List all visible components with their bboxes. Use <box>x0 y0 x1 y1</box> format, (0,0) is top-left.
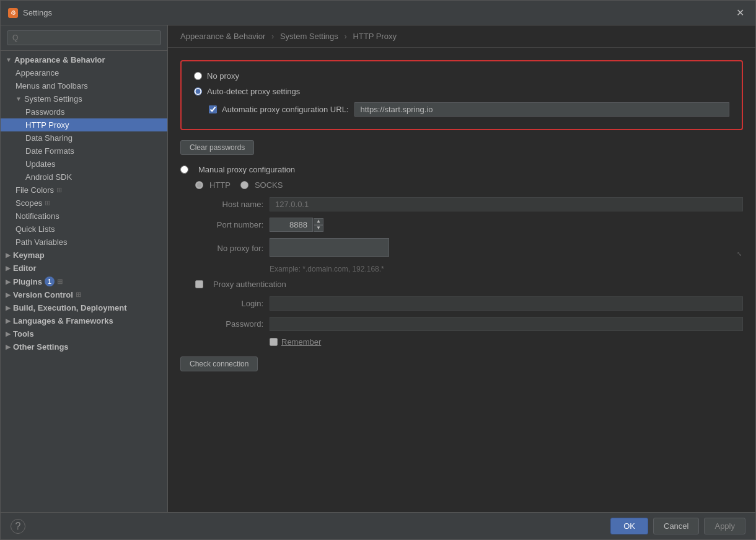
caret-right-icon: ▶ <box>6 265 11 272</box>
auto-config-label: Automatic proxy configuration URL: <box>222 105 348 114</box>
auto-detect-row: Auto-detect proxy settings <box>194 87 729 96</box>
ok-button[interactable]: OK <box>610 518 648 534</box>
manual-proxy-section: Manual proxy configuration HTTP SOCKS <box>180 165 743 347</box>
port-down-button[interactable]: ▼ <box>314 225 323 232</box>
no-proxy-for-input[interactable] <box>270 238 389 257</box>
sidebar-item-scopes[interactable]: Scopes ⊞ <box>1 197 167 210</box>
caret-right-icon: ▶ <box>6 291 11 298</box>
sidebar-item-date-formats[interactable]: Date Formats <box>1 144 167 157</box>
password-input[interactable] <box>270 317 743 331</box>
sidebar-item-menus-toolbars[interactable]: Menus and Toolbars <box>1 79 167 92</box>
http-radio[interactable] <box>195 181 203 189</box>
port-label: Port number: <box>195 220 270 229</box>
cancel-button[interactable]: Cancel <box>653 518 699 534</box>
sidebar-item-quick-lists[interactable]: Quick Lists <box>1 223 167 236</box>
no-proxy-for-label: No proxy for: <box>195 244 270 253</box>
host-name-row: Host name: <box>195 197 743 211</box>
auto-config-url-input[interactable] <box>354 102 729 117</box>
caret-right-icon: ▶ <box>6 330 11 337</box>
auto-config-checkbox[interactable] <box>209 105 217 113</box>
check-connection-section: Check connection <box>180 356 743 371</box>
password-row: Password: <box>195 317 743 331</box>
sidebar-item-appearance-behavior[interactable]: ▼ Appearance & Behavior <box>1 53 167 66</box>
clear-passwords-section: Clear passwords <box>180 140 743 155</box>
caret-right-icon: ▶ <box>6 304 11 311</box>
socks-radio-label: SOCKS <box>240 180 283 190</box>
breadcrumb: Appearance & Behavior › System Settings … <box>168 25 755 48</box>
port-input[interactable] <box>270 218 313 232</box>
expand-icon: ⤡ <box>737 250 742 257</box>
manual-proxy-row: Manual proxy configuration <box>180 165 743 174</box>
sidebar-item-plugins[interactable]: ▶ Plugins 1 ⊞ <box>1 275 167 288</box>
proxy-auth-row: Proxy authentication <box>195 280 743 289</box>
sidebar-item-keymap[interactable]: ▶ Keymap <box>1 249 167 262</box>
example-text: Example: *.domain.com, 192.168.* <box>270 265 743 273</box>
sidebar: ▼ Appearance & Behavior Appearance Menus… <box>1 25 168 512</box>
caret-right-icon: ▶ <box>6 278 11 285</box>
protocol-options: HTTP SOCKS <box>195 180 743 190</box>
scopes-icon: ⊞ <box>45 199 50 207</box>
content-area: Appearance & Behavior › System Settings … <box>168 25 755 512</box>
sidebar-item-other-settings[interactable]: ▶ Other Settings <box>1 340 167 353</box>
proxy-auth-checkbox[interactable] <box>195 280 203 288</box>
sidebar-item-tools[interactable]: ▶ Tools <box>1 327 167 340</box>
port-up-button[interactable]: ▲ <box>314 218 323 225</box>
settings-window: ⚙ Settings ✕ ▼ Appearance & Behavior App… <box>0 0 756 540</box>
sidebar-item-path-variables[interactable]: Path Variables <box>1 236 167 249</box>
port-number-row: Port number: ▲ ▼ <box>195 218 743 232</box>
close-button[interactable]: ✕ <box>732 6 748 20</box>
proxy-panel: No proxy Auto-detect proxy settings Auto… <box>168 48 755 512</box>
sidebar-item-android-sdk[interactable]: Android SDK <box>1 170 167 184</box>
auto-detect-label: Auto-detect proxy settings <box>207 87 300 96</box>
bottom-bar: ? OK Cancel Apply <box>1 512 755 539</box>
sidebar-item-appearance[interactable]: Appearance <box>1 66 167 79</box>
manual-proxy-radio[interactable] <box>180 166 188 174</box>
host-input[interactable] <box>270 197 743 211</box>
caret-down-icon: ▼ <box>6 56 12 63</box>
sidebar-item-passwords[interactable]: Passwords <box>1 105 167 118</box>
search-box <box>1 25 167 51</box>
proxy-options-box: No proxy Auto-detect proxy settings Auto… <box>180 60 743 130</box>
vc-icon: ⊞ <box>76 291 81 299</box>
file-colors-icon: ⊞ <box>56 186 62 194</box>
remember-checkbox[interactable] <box>270 338 278 346</box>
sidebar-item-system-settings[interactable]: ▼ System Settings <box>1 92 167 105</box>
manual-proxy-options: HTTP SOCKS Host name: <box>195 180 743 347</box>
caret-down-icon: ▼ <box>15 95 22 102</box>
check-connection-button[interactable]: Check connection <box>180 356 258 371</box>
help-button[interactable]: ? <box>11 519 25 534</box>
caret-right-icon: ▶ <box>6 317 11 324</box>
sidebar-item-editor[interactable]: ▶ Editor <box>1 262 167 275</box>
auto-config-row: Automatic proxy configuration URL: <box>209 102 729 117</box>
sidebar-item-file-colors[interactable]: File Colors ⊞ <box>1 184 167 197</box>
title-bar: ⚙ Settings ✕ <box>1 1 755 25</box>
sidebar-item-version-control[interactable]: ▶ Version Control ⊞ <box>1 288 167 301</box>
login-input[interactable] <box>270 296 743 311</box>
password-label: Password: <box>195 319 270 329</box>
apply-button[interactable]: Apply <box>704 518 745 534</box>
sidebar-item-notifications[interactable]: Notifications <box>1 210 167 223</box>
login-label: Login: <box>195 299 270 308</box>
login-row: Login: <box>195 296 743 311</box>
sidebar-item-updates[interactable]: Updates <box>1 157 167 170</box>
auto-detect-radio[interactable] <box>194 87 202 95</box>
caret-right-icon: ▶ <box>6 252 11 259</box>
host-label: Host name: <box>195 200 270 209</box>
no-proxy-row: No proxy <box>194 71 729 81</box>
sidebar-item-languages-frameworks[interactable]: ▶ Languages & Frameworks <box>1 314 167 327</box>
window-title: Settings <box>23 8 732 17</box>
proxy-auth-label: Proxy authentication <box>213 280 286 289</box>
no-proxy-textarea-wrap: ⤡ <box>270 238 743 259</box>
no-proxy-for-row: No proxy for: ⤡ <box>195 238 743 259</box>
http-radio-label: HTTP <box>195 180 231 190</box>
nav-tree: ▼ Appearance & Behavior Appearance Menus… <box>1 51 167 512</box>
clear-passwords-button[interactable]: Clear passwords <box>180 140 254 155</box>
search-input[interactable] <box>7 30 161 45</box>
sidebar-item-http-proxy[interactable]: HTTP Proxy <box>1 118 167 131</box>
remember-label: Remember <box>281 337 321 347</box>
sidebar-item-data-sharing[interactable]: Data Sharing <box>1 131 167 144</box>
plugins-settings-icon: ⊞ <box>57 278 63 286</box>
no-proxy-radio[interactable] <box>194 72 202 80</box>
socks-radio[interactable] <box>240 181 248 189</box>
sidebar-item-build-execution[interactable]: ▶ Build, Execution, Deployment <box>1 301 167 314</box>
